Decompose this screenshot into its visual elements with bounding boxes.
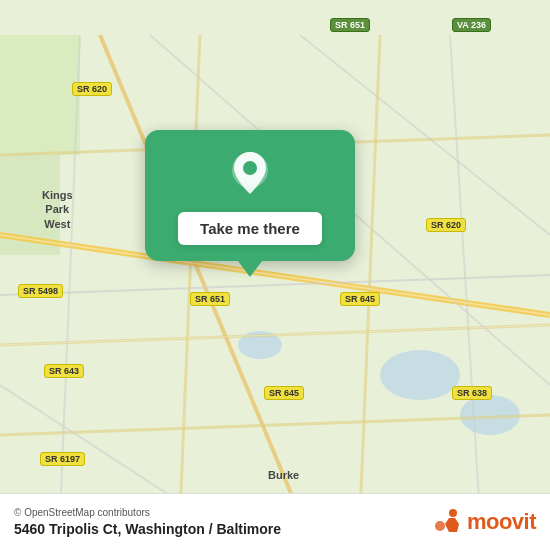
road-badge-sr6197: SR 6197 — [40, 452, 85, 466]
road-badge-sr651-top: SR 651 — [330, 18, 370, 32]
bottom-left: © OpenStreetMap contributors 5460 Tripol… — [14, 507, 281, 537]
address-line: 5460 Tripolis Ct, Washington / Baltimore — [14, 521, 281, 537]
svg-point-22 — [243, 161, 257, 175]
location-pin-icon — [228, 148, 272, 200]
bottom-bar: © OpenStreetMap contributors 5460 Tripol… — [0, 493, 550, 550]
road-badge-sr643: SR 643 — [44, 364, 84, 378]
popup-card: Take me there — [145, 130, 355, 261]
location-icon-wrap — [224, 148, 276, 200]
svg-point-24 — [435, 521, 445, 531]
take-me-there-button[interactable]: Take me there — [178, 212, 322, 245]
place-label-burke: Burke — [268, 468, 299, 482]
map-container: SR 651 VA 236 SR 620 SR 620 SR 5498 SR 6… — [0, 0, 550, 550]
svg-line-10 — [180, 35, 200, 515]
road-badge-va236: VA 236 — [452, 18, 491, 32]
svg-point-2 — [380, 350, 460, 400]
road-badge-sr638: SR 638 — [452, 386, 492, 400]
moovit-text: moovit — [467, 509, 536, 535]
svg-point-23 — [449, 509, 457, 517]
osm-attribution: © OpenStreetMap contributors — [14, 507, 281, 518]
svg-line-11 — [360, 35, 380, 515]
svg-line-14 — [450, 35, 480, 515]
road-badge-sr645-mid: SR 645 — [340, 292, 380, 306]
svg-rect-0 — [0, 35, 80, 155]
moovit-logo[interactable]: moovit — [427, 504, 536, 540]
road-badge-sr5498: SR 5498 — [18, 284, 63, 298]
road-badge-sr645-bot: SR 645 — [264, 386, 304, 400]
place-label-kings-park-west: KingsParkWest — [42, 188, 73, 231]
road-badge-sr651-mid: SR 651 — [190, 292, 230, 306]
moovit-brand-icon — [431, 504, 467, 540]
road-badge-sr620-left: SR 620 — [72, 82, 112, 96]
road-badge-sr620-right: SR 620 — [426, 218, 466, 232]
